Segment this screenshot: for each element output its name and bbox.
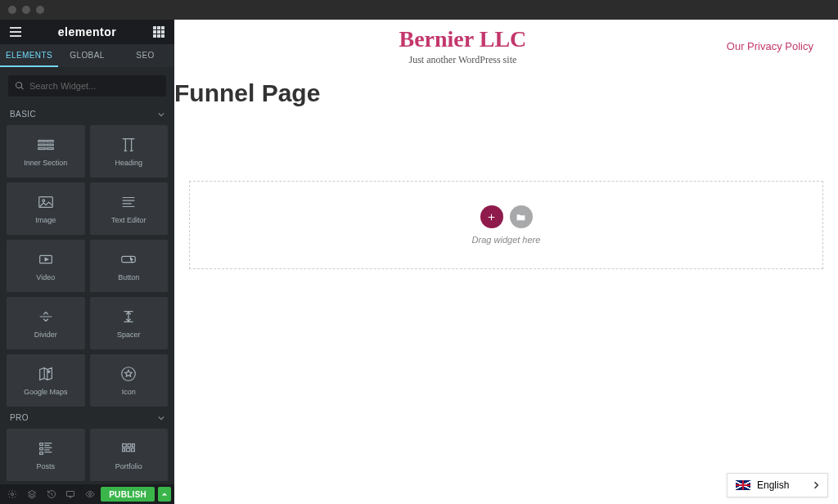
tab-global[interactable]: GLOBAL [58, 44, 116, 67]
nav-link-privacy[interactable]: Our Privacy Policy [727, 40, 813, 52]
svg-rect-22 [67, 492, 74, 497]
panel-tabs: ELEMENTS GLOBAL SEO [0, 44, 174, 67]
svg-rect-5 [47, 148, 53, 150]
chevron-right-icon [813, 480, 819, 490]
publish-options[interactable] [158, 487, 171, 502]
widget-google-maps[interactable]: Google Maps [7, 354, 85, 407]
svg-rect-12 [39, 443, 43, 446]
gear-icon [7, 489, 17, 499]
widgets-scroll[interactable]: BASIC Inner Section Heading Image [0, 103, 174, 484]
widget-text-editor[interactable]: Text Editor [90, 182, 169, 235]
widget-button[interactable]: Button [90, 240, 169, 292]
svg-rect-14 [39, 452, 43, 455]
spacer-icon [119, 308, 137, 326]
publish-button[interactable]: PUBLISH [101, 487, 155, 502]
caret-up-icon [161, 491, 168, 497]
star-icon [119, 365, 137, 383]
language-label: English [757, 479, 789, 491]
layers-icon [27, 489, 37, 499]
widget-portfolio[interactable]: Portfolio [90, 429, 169, 481]
svg-point-21 [11, 493, 13, 496]
panel-header: elementor [0, 20, 174, 44]
svg-rect-3 [47, 144, 53, 146]
history-button[interactable] [43, 486, 61, 502]
panel-footer: PUBLISH [0, 484, 174, 504]
button-icon [119, 250, 137, 268]
svg-rect-20 [132, 448, 135, 452]
widget-label: Image [35, 216, 56, 224]
search-icon [15, 81, 25, 91]
widget-label: Icon [122, 388, 136, 396]
responsive-button[interactable] [61, 486, 79, 502]
video-icon [37, 250, 55, 268]
widget-heading[interactable]: Heading [90, 125, 169, 178]
add-template-button[interactable] [510, 205, 533, 228]
svg-point-7 [43, 200, 45, 202]
editor-canvas[interactable]: Bernier LLC Just another WordPress site … [174, 20, 838, 504]
category-pro[interactable]: PRO [0, 407, 174, 429]
inner-section-icon [37, 136, 55, 154]
traffic-light-close[interactable] [8, 6, 16, 14]
elementor-panel: elementor ELEMENTS GLOBAL SEO BASIC Inne… [0, 20, 174, 504]
chevron-down-icon [158, 415, 164, 421]
site-title[interactable]: Bernier LLC [199, 26, 727, 52]
widget-inner-section[interactable]: Inner Section [7, 125, 85, 178]
settings-button[interactable] [3, 486, 21, 502]
tab-seo[interactable]: SEO [116, 44, 174, 67]
folder-icon [516, 212, 526, 223]
widget-icon[interactable]: Icon [90, 354, 169, 407]
portfolio-icon [119, 439, 137, 457]
widget-label: Inner Section [24, 159, 67, 167]
elementor-logo: elementor [58, 25, 116, 38]
navigator-button[interactable] [23, 486, 41, 502]
search-wrap [0, 67, 174, 103]
flag-uk-icon [736, 480, 750, 490]
widget-label: Spacer [117, 331, 141, 339]
svg-rect-1 [47, 141, 53, 142]
svg-rect-16 [128, 444, 131, 448]
plus-icon [486, 212, 497, 223]
posts-icon [37, 439, 55, 457]
category-label: PRO [10, 413, 29, 422]
search-input[interactable] [29, 81, 160, 91]
widget-label: Divider [34, 331, 57, 339]
svg-rect-13 [39, 448, 43, 450]
add-section-button[interactable] [480, 205, 503, 228]
widgets-pro: Posts Portfolio [0, 429, 174, 481]
widget-label: Posts [36, 462, 55, 470]
widget-video[interactable]: Video [7, 240, 85, 292]
traffic-light-min[interactable] [22, 6, 30, 14]
preview-button[interactable] [81, 486, 99, 502]
widget-label: Text Editor [111, 216, 146, 224]
widget-posts[interactable]: Posts [7, 429, 85, 481]
svg-rect-15 [123, 444, 127, 448]
language-switcher[interactable]: English [727, 473, 828, 497]
search-box[interactable] [8, 75, 166, 97]
svg-rect-17 [133, 444, 135, 448]
category-basic[interactable]: BASIC [0, 103, 174, 125]
window-chrome [0, 0, 838, 20]
menu-icon[interactable] [10, 27, 21, 37]
widgets-basic: Inner Section Heading Image Text Editor … [0, 125, 174, 407]
widget-spacer[interactable]: Spacer [90, 297, 169, 349]
tab-elements[interactable]: ELEMENTS [0, 44, 58, 67]
svg-point-10 [47, 371, 49, 372]
site-tagline: Just another WordPress site [199, 54, 727, 66]
apps-icon[interactable] [153, 26, 164, 38]
dropzone-buttons [480, 205, 533, 228]
eye-icon [85, 489, 95, 499]
drop-zone[interactable]: Drag widget here [189, 181, 823, 269]
traffic-light-max[interactable] [36, 6, 44, 14]
widget-label: Heading [115, 159, 142, 167]
map-icon [37, 365, 55, 383]
heading-icon [119, 136, 137, 154]
category-label: BASIC [10, 110, 36, 119]
widget-image[interactable]: Image [7, 182, 85, 235]
monitor-icon [65, 489, 75, 499]
svg-rect-9 [122, 256, 136, 262]
divider-icon [37, 308, 55, 326]
widget-label: Video [36, 273, 55, 281]
chevron-down-icon [158, 111, 164, 118]
svg-rect-0 [38, 141, 45, 142]
widget-divider[interactable]: Divider [7, 297, 85, 349]
